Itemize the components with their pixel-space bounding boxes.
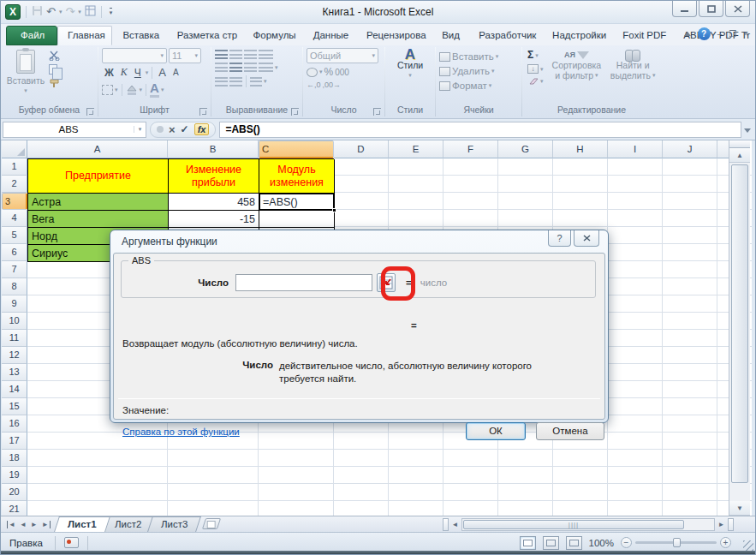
horizontal-scroll-thumb[interactable]: |||| — [463, 520, 684, 529]
row-header-15[interactable]: 15 — [2, 398, 27, 415]
last-sheet-icon[interactable]: ► — [42, 521, 51, 528]
zoom-track[interactable] — [635, 541, 717, 544]
row-header-16[interactable]: 16 — [2, 415, 27, 433]
shrink-font-button[interactable]: А — [170, 68, 182, 77]
row-header-18[interactable]: 18 — [2, 450, 27, 467]
column-header-G[interactable]: G — [498, 140, 553, 158]
row-header-11[interactable]: 11 — [2, 330, 27, 347]
zoom-out-icon[interactable]: − — [621, 537, 632, 548]
tab-Foxit PDF[interactable]: Foxit PDF — [612, 26, 673, 45]
maximize-button[interactable] — [699, 1, 723, 17]
cell-A1[interactable]: Предприятие — [28, 159, 169, 194]
prev-sheet-icon[interactable]: ◄ — [20, 521, 27, 528]
split-handle[interactable] — [443, 518, 449, 531]
dialog-launcher-icon[interactable] — [373, 108, 381, 116]
tab-Рецензирова[interactable]: Рецензирова — [356, 26, 432, 45]
grow-font-button[interactable]: А — [156, 66, 169, 79]
redo-icon[interactable]: ↷ — [65, 5, 74, 19]
zoom-in-icon[interactable]: + — [720, 537, 731, 548]
cell-C3-active[interactable]: =ABS() — [259, 194, 335, 211]
column-header-I[interactable]: I — [608, 140, 663, 158]
argument-input[interactable] — [235, 274, 372, 291]
sort-filter-button[interactable]: АЯ Сортировка и фильтр▾ — [551, 48, 604, 81]
scroll-left-icon[interactable]: ◄ — [449, 521, 461, 528]
font-color-icon[interactable]: А — [150, 81, 159, 98]
row-header-8[interactable]: 8 — [2, 278, 27, 295]
row-header-1[interactable]: 1 — [2, 158, 27, 176]
tab-Главная[interactable]: Главная — [57, 26, 112, 45]
cell-B1[interactable]: Изменение прибыли — [169, 159, 259, 194]
percent-format-icon[interactable]: % — [324, 66, 334, 78]
row-header-7[interactable]: 7 — [2, 261, 27, 278]
cell-B3[interactable]: 458 — [169, 194, 259, 211]
merge-dropdown-icon[interactable]: ▾ — [275, 64, 278, 71]
merge-center-icon[interactable] — [259, 63, 273, 72]
tab-Вставка[interactable]: Вставка — [112, 26, 166, 45]
decrease-decimal-icon[interactable]: ,00→ — [323, 81, 342, 89]
increase-decimal-icon[interactable]: ←,0 — [307, 81, 321, 89]
wrap-dropdown-icon[interactable]: ▾ — [264, 78, 267, 85]
excel-logo-icon[interactable]: X — [5, 4, 21, 20]
underline-button[interactable]: Ч — [132, 67, 144, 79]
cell-A4[interactable]: Вега — [28, 211, 169, 228]
scroll-down-icon[interactable]: ▼ — [729, 501, 750, 516]
row-header-2[interactable]: 2 — [2, 176, 27, 193]
align-top-icon[interactable] — [215, 50, 228, 59]
row-header-14[interactable]: 14 — [2, 381, 27, 398]
collapse-dialog-button[interactable] — [377, 273, 396, 292]
font-name-select[interactable]: ▾ — [102, 48, 167, 63]
formula-bar-expand-icon[interactable] — [741, 124, 753, 134]
select-all-button[interactable] — [2, 140, 27, 158]
qat-more-icon[interactable]: ▾ — [110, 8, 113, 16]
align-middle-icon[interactable] — [229, 50, 242, 59]
minimize-button[interactable] — [672, 1, 697, 17]
workbook-close-icon[interactable]: × — [743, 30, 748, 39]
row-header-5[interactable]: 5 — [2, 227, 27, 244]
row-header-9[interactable]: 9 — [2, 295, 27, 313]
borders-icon[interactable] — [102, 85, 113, 95]
scroll-up-icon[interactable]: ▲ — [729, 148, 750, 163]
tab-Надстройки[interactable]: Надстройки — [542, 26, 612, 45]
align-center-icon[interactable] — [229, 63, 242, 72]
split-handle[interactable] — [729, 140, 750, 148]
cell-C4[interactable] — [259, 211, 335, 228]
row-header-3[interactable]: 3 — [2, 193, 27, 210]
column-header-D[interactable]: D — [334, 140, 389, 158]
redo-dropdown-icon[interactable]: ▾ — [78, 9, 81, 15]
column-header-J[interactable]: J — [663, 140, 717, 158]
enter-entry-button[interactable]: ✓ — [181, 123, 189, 135]
insert-function-button[interactable]: fx — [194, 123, 210, 135]
fill-handle[interactable] — [332, 208, 336, 212]
row-header-21[interactable]: 21 — [2, 501, 27, 516]
font-size-select[interactable]: 11▾ — [169, 48, 201, 63]
resize-grip[interactable] — [743, 540, 753, 551]
vertical-scrollbar[interactable]: ▲ ▼ — [729, 140, 750, 516]
column-header-C[interactable]: C — [259, 140, 334, 158]
column-header-B[interactable]: B — [168, 140, 259, 158]
row-header-12[interactable]: 12 — [2, 347, 27, 364]
paste-button[interactable]: Вставить ▾ — [4, 48, 47, 96]
fill-color-icon[interactable] — [126, 85, 138, 95]
cell-B4[interactable]: -15 — [169, 211, 259, 228]
cancel-entry-button[interactable]: × — [169, 123, 176, 136]
align-bottom-icon[interactable] — [244, 50, 257, 59]
bold-button[interactable]: Ж — [102, 67, 116, 79]
undo-icon[interactable]: ↶ — [46, 5, 56, 19]
save-icon[interactable] — [32, 5, 43, 20]
format-cells-button[interactable]: Формат▾ — [439, 81, 491, 91]
align-right-icon[interactable] — [244, 63, 257, 72]
wrap-text-icon[interactable] — [250, 77, 262, 87]
tab-Разметка стр[interactable]: Разметка стр — [167, 26, 243, 45]
row-header-19[interactable]: 19 — [2, 467, 27, 484]
function-help-link[interactable]: Справка по этой функции — [122, 427, 240, 437]
page-break-view-icon[interactable] — [566, 536, 582, 550]
ok-button[interactable]: ОК — [466, 422, 526, 440]
undo-dropdown-icon[interactable]: ▾ — [59, 9, 63, 15]
font-color-dropdown-icon[interactable]: ▾ — [161, 87, 164, 93]
delete-cells-button[interactable]: Удалить▾ — [439, 66, 494, 76]
row-header-20[interactable]: 20 — [2, 484, 27, 501]
column-header-A[interactable]: A — [27, 140, 168, 158]
insert-worksheet-icon[interactable] — [202, 518, 221, 529]
row-header-6[interactable]: 6 — [2, 244, 27, 261]
horizontal-scrollbar[interactable]: |||| — [461, 518, 715, 531]
